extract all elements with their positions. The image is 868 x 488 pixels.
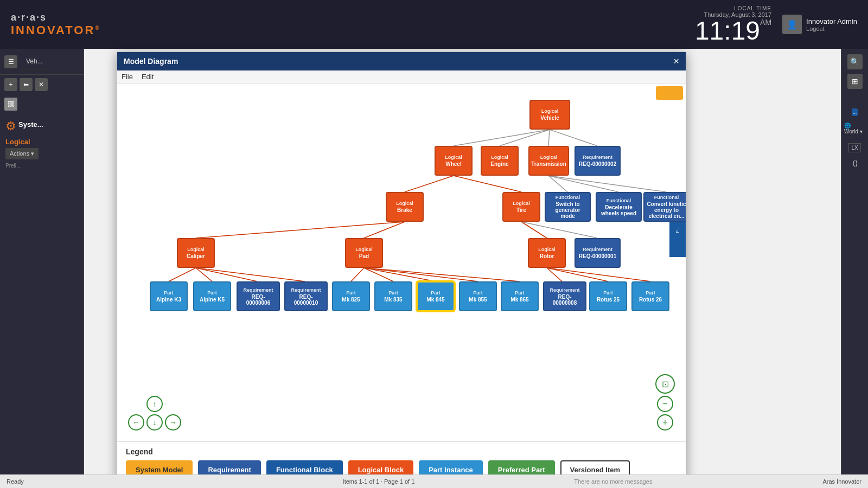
view-btn[interactable]: ...	[852, 108, 858, 116]
left-sidebar: ☰ Veh... + ⬅ ✕ 🖼 ⚙ Syste... Logical Acti…	[0, 49, 84, 488]
node-n11[interactable]: Logical Caliper	[177, 238, 215, 268]
yellow-indicator	[656, 86, 683, 100]
status-no-messages: There are no more messages	[574, 478, 652, 485]
modal-body: F...	[117, 84, 686, 485]
node-type: Part	[646, 290, 655, 296]
status-bar: Ready Items 1-1 of 1 · Page 1 of 1 There…	[0, 474, 868, 488]
node-label: Tire	[516, 207, 526, 213]
time-clock: 11:19	[695, 18, 760, 44]
node-n10[interactable]: Functional Convert kinetic energy to ele…	[643, 192, 686, 222]
node-n3[interactable]: Logical Engine	[481, 146, 519, 176]
actions-button[interactable]: Actions ▾	[5, 148, 39, 159]
node-n6[interactable]: Logical Brake	[386, 192, 424, 222]
node-type: Logical	[541, 108, 559, 114]
node-n2[interactable]: Logical Wheel	[435, 146, 473, 176]
svg-line-4	[405, 176, 454, 192]
node-n25[interactable]: Part Rotus 25	[589, 281, 627, 311]
node-label: Mk 845	[426, 297, 444, 303]
nav-down-button[interactable]: ↓	[146, 414, 163, 431]
node-n15[interactable]: Part Alpine K3	[150, 281, 188, 311]
legend-title: Legend	[126, 447, 677, 456]
svg-line-10	[364, 222, 405, 238]
node-n22[interactable]: Part Mk 855	[459, 281, 497, 311]
node-type: Part	[473, 290, 483, 296]
node-n7[interactable]: Logical Tire	[502, 192, 540, 222]
node-type: Part	[346, 290, 356, 296]
node-label: Mk 825	[342, 297, 360, 303]
node-n21[interactable]: Part Mk 845	[417, 281, 455, 311]
user-avatar: 👤	[782, 15, 802, 34]
node-type: Requirement	[583, 247, 612, 252]
world-selector[interactable]: 🌐 World ▾	[844, 123, 865, 134]
node-n4[interactable]: Logical Transmission	[528, 146, 569, 176]
node-label: Convert kinetic energy to electrical en.…	[647, 201, 686, 219]
app-shell: a·r·a·s INNOVATOR® LOCAL TIME Thursday, …	[0, 0, 868, 488]
svg-line-13	[169, 268, 196, 281]
nav-right-button[interactable]: →	[165, 414, 181, 431]
svg-line-12	[521, 222, 597, 238]
user-name: Innovator Admin	[806, 17, 857, 25]
add-icon[interactable]: +	[4, 78, 17, 91]
sidebar-top-icons: ☰ Veh...	[0, 49, 84, 75]
sidebar-menu-icon[interactable]: ☰	[4, 55, 17, 68]
node-type: Logical	[538, 247, 556, 252]
logout-link[interactable]: Logout	[806, 25, 857, 32]
modal-close-button[interactable]: ×	[673, 56, 679, 66]
zoom-in-button[interactable]: +	[657, 414, 673, 431]
logo-aras: a·r·a·s	[11, 12, 101, 23]
modal-titlebar: Model Diagram ×	[117, 52, 686, 70]
search-icon[interactable]: 🔍	[847, 54, 863, 69]
zoom-display: LX	[848, 143, 860, 152]
node-label: Rotus 25	[597, 297, 620, 303]
node-n19[interactable]: Part Mk 825	[332, 281, 370, 311]
svg-line-20	[364, 268, 478, 281]
node-n9[interactable]: Functional Decelerate wheels speed	[596, 192, 642, 222]
nav-icon[interactable]: ⬅	[20, 78, 33, 91]
grid-icon[interactable]: ⊞	[847, 74, 863, 89]
node-n1[interactable]: Logical Vehicle	[529, 100, 570, 130]
image-icon[interactable]: 🖼	[4, 98, 17, 111]
node-n8[interactable]: Functional Switch to generator mode	[545, 192, 591, 222]
node-n20[interactable]: Part Mk 835	[374, 281, 412, 311]
node-type: Part	[388, 290, 398, 296]
node-n23[interactable]: Part Mk 865	[501, 281, 539, 311]
node-type: Logical	[355, 247, 373, 252]
node-n26[interactable]: Part Rotus 26	[631, 281, 669, 311]
file-menu[interactable]: File	[122, 73, 133, 81]
node-type: Part	[431, 290, 441, 296]
node-label: REQ-00000010	[288, 294, 324, 306]
delete-icon[interactable]: ✕	[35, 78, 48, 91]
toolbar-menu: File Edit	[122, 73, 154, 81]
node-label: Vehicle	[540, 115, 559, 121]
node-n17[interactable]: Requirement REQ-00000006	[237, 281, 280, 311]
node-label: REQ-00000006	[240, 294, 277, 306]
node-n16[interactable]: Part Alpine K5	[193, 281, 231, 311]
node-n18[interactable]: Requirement REQ-00000010	[284, 281, 328, 311]
svg-line-19	[364, 268, 436, 281]
node-n14[interactable]: Requirement REQ-00000001	[575, 238, 621, 268]
svg-line-8	[548, 176, 666, 192]
registered-mark: ®	[95, 24, 100, 30]
zoom-arrows[interactable]: ⟨⟩	[852, 159, 858, 168]
svg-line-6	[548, 176, 567, 192]
node-label: Mk 855	[469, 297, 487, 303]
nav-left-button[interactable]: ←	[128, 414, 144, 431]
node-n12[interactable]: Logical Pad	[345, 238, 383, 268]
node-n13[interactable]: Logical Rotor	[528, 238, 566, 268]
node-type: Requirement	[583, 155, 612, 160]
svg-line-24	[547, 268, 650, 281]
svg-line-0	[454, 130, 550, 146]
zoom-fit-button[interactable]: ⊡	[655, 374, 675, 394]
node-n5[interactable]: Requirement REQ-00000002	[575, 146, 621, 176]
svg-line-5	[454, 176, 521, 192]
edit-menu[interactable]: Edit	[142, 73, 154, 81]
node-label: Rotus 26	[639, 297, 662, 303]
svg-line-7	[548, 176, 618, 192]
zoom-out-button[interactable]: −	[657, 396, 673, 412]
svg-line-14	[196, 268, 212, 281]
node-n24[interactable]: Requirement REQ-00000008	[543, 281, 586, 311]
sidebar-item-label[interactable]: Veh...	[21, 53, 48, 70]
node-label: Caliper	[187, 253, 205, 259]
node-label: Decelerate wheels speed	[599, 204, 639, 216]
nav-up-button[interactable]: ↑	[146, 396, 163, 412]
